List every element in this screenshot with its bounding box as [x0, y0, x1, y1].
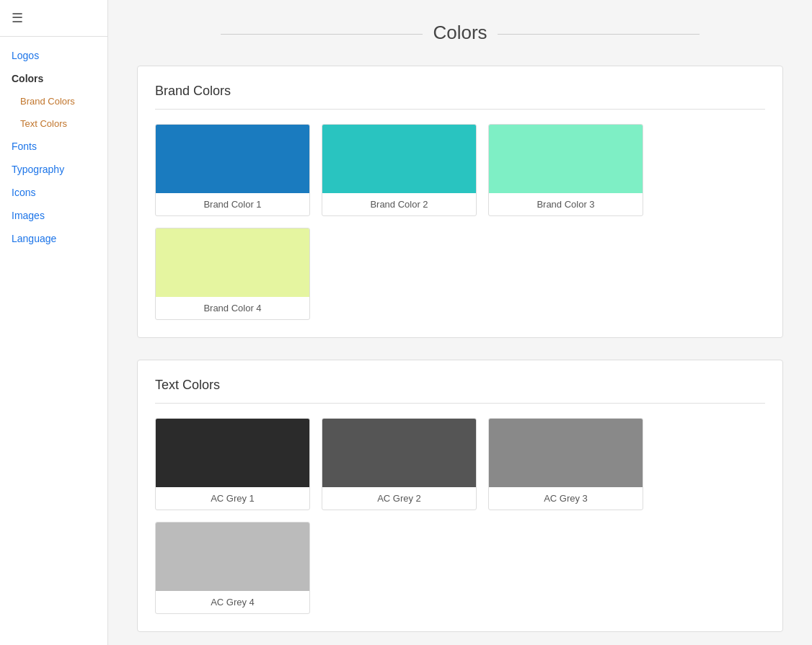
sidebar-item-images[interactable]: Images: [0, 204, 107, 227]
sidebar: ☰ Logos Colors Brand Colors Text Colors …: [0, 0, 108, 645]
swatch-color: [489, 125, 643, 193]
brand-colors-grid: Brand Color 1Brand Color 2Brand Color 3B…: [155, 124, 765, 320]
swatch-item: Brand Color 3: [488, 124, 643, 216]
swatch-color: [322, 125, 476, 193]
swatch-label: Brand Color 4: [156, 297, 309, 319]
swatch-color: [156, 125, 309, 193]
swatch-label: AC Grey 3: [489, 487, 643, 510]
swatch-label: AC Grey 2: [322, 487, 476, 510]
swatch-label: AC Grey 4: [156, 591, 309, 613]
swatch-item: AC Grey 3: [488, 418, 643, 510]
brand-colors-section: Brand Colors Brand Color 1Brand Color 2B…: [137, 66, 783, 338]
swatch-color: [322, 419, 476, 487]
text-colors-title: Text Colors: [155, 378, 765, 404]
sidebar-item-text-colors[interactable]: Text Colors: [0, 112, 107, 135]
brand-colors-title: Brand Colors: [155, 84, 765, 110]
swatch-color: [156, 419, 309, 487]
sidebar-item-icons[interactable]: Icons: [0, 181, 107, 204]
sidebar-item-typography[interactable]: Typography: [0, 158, 107, 181]
swatch-color: [156, 228, 309, 297]
main-content: Colors Brand Colors Brand Color 1Brand C…: [108, 0, 812, 645]
swatch-label: AC Grey 1: [156, 487, 309, 510]
page-title: Colors: [137, 22, 783, 44]
sidebar-item-brand-colors[interactable]: Brand Colors: [0, 90, 107, 112]
sidebar-header: ☰: [0, 0, 107, 37]
swatch-item: AC Grey 4: [155, 522, 310, 614]
swatch-item: Brand Color 2: [322, 124, 477, 216]
sidebar-item-language[interactable]: Language: [0, 227, 107, 250]
text-colors-grid: AC Grey 1AC Grey 2AC Grey 3AC Grey 4: [155, 418, 765, 614]
swatch-color: [156, 522, 309, 591]
hamburger-icon[interactable]: ☰: [12, 11, 23, 25]
sidebar-nav: Logos Colors Brand Colors Text Colors Fo…: [0, 37, 107, 257]
swatch-item: Brand Color 4: [155, 228, 310, 320]
swatch-label: Brand Color 1: [156, 193, 309, 215]
swatch-item: AC Grey 2: [322, 418, 477, 510]
swatch-label: Brand Color 3: [489, 193, 643, 215]
swatch-label: Brand Color 2: [322, 193, 476, 215]
sidebar-item-fonts[interactable]: Fonts: [0, 135, 107, 158]
sidebar-item-logos[interactable]: Logos: [0, 44, 107, 67]
sidebar-item-colors[interactable]: Colors: [0, 67, 107, 90]
text-colors-section: Text Colors AC Grey 1AC Grey 2AC Grey 3A…: [137, 360, 783, 632]
swatch-color: [489, 419, 643, 487]
swatch-item: AC Grey 1: [155, 418, 310, 510]
swatch-item: Brand Color 1: [155, 124, 310, 216]
